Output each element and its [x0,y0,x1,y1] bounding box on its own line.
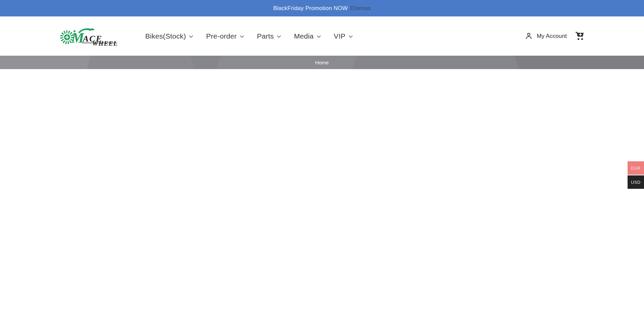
nav-item-label: Pre-order [206,32,236,40]
nav-item-label: Bikes(Stock) [145,32,186,40]
cart-button[interactable] [574,31,585,41]
my-account-link[interactable]: My Account [525,32,567,40]
nav-item-label: VIP [334,32,345,40]
currency-switcher: EUR USD [628,161,644,189]
chevron-down-icon [348,34,353,38]
header-right: My Account [525,31,585,41]
chevron-down-icon [277,34,281,38]
nav-item-label: Parts [257,32,274,40]
dismiss-link[interactable]: Dismiss [351,5,371,12]
breadcrumb-bar: Home [0,56,644,69]
currency-usd-button[interactable]: USD [628,175,644,189]
content-area [0,69,644,333]
svg-text:WHEEL: WHEEL [92,40,118,46]
nav-item-parts[interactable]: Parts [257,32,281,40]
my-account-label: My Account [537,33,567,40]
logo-macewheel[interactable]: M ACE WHEEL [59,26,118,46]
promo-banner: BlackFriday Promotion NOW Dismiss [0,0,644,16]
chevron-down-icon [317,34,321,38]
svg-text:M: M [71,30,85,46]
nav-item-pre-order[interactable]: Pre-order [206,32,244,40]
nav-item-label: Media [294,32,314,40]
main-nav: Bikes(Stock) Pre-order Parts Media VIP [145,32,353,40]
person-icon [525,32,533,40]
chevron-down-icon [240,34,244,38]
promo-banner-text: BlackFriday Promotion NOW [273,5,347,12]
currency-eur-button[interactable]: EUR [628,161,644,175]
chevron-down-icon [189,34,193,38]
nav-item-bikes-stock[interactable]: Bikes(Stock) [145,32,193,40]
page-title: Home [315,60,329,65]
nav-item-media[interactable]: Media [294,32,321,40]
cart-plus-icon [574,31,585,41]
nav-item-vip[interactable]: VIP [334,32,353,40]
spoked-wheel-icon: M ACE WHEEL [59,26,118,46]
site-header: M ACE WHEEL Bikes(Stock) Pre-order Parts [0,16,644,56]
